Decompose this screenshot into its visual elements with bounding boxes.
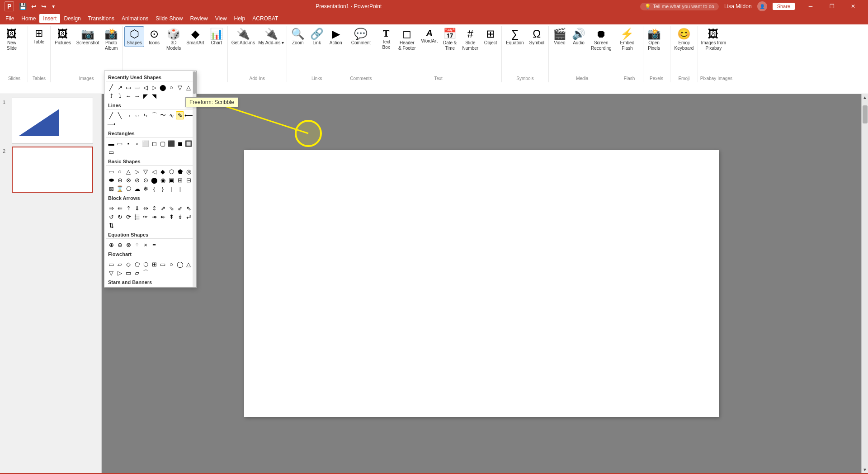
- basic-9[interactable]: ⬟: [176, 167, 184, 175]
- symbol-button[interactable]: Ω Symbol: [527, 26, 547, 47]
- block-arrow-8[interactable]: ⇘: [167, 204, 175, 212]
- scroll-down-button[interactable]: ▼: [862, 466, 868, 473]
- menu-transitions[interactable]: Transitions: [85, 14, 118, 23]
- basic-6[interactable]: ◁: [150, 167, 158, 175]
- comment-button[interactable]: 💬 Comment: [349, 26, 373, 47]
- images-from-pixabay-button[interactable]: 🖼 Images fromPixabay: [700, 26, 727, 52]
- basic-24[interactable]: ☁: [133, 185, 141, 193]
- shape-rect[interactable]: ▭: [124, 83, 132, 91]
- rect-6[interactable]: ◻: [150, 139, 158, 147]
- basic-13[interactable]: ⊗: [124, 176, 132, 184]
- wordart-button[interactable]: A WordArt: [419, 26, 440, 45]
- rect-3[interactable]: ▪: [124, 139, 132, 147]
- line-freeform[interactable]: ∿: [167, 111, 175, 119]
- eq-6[interactable]: =: [150, 241, 158, 249]
- block-arrow-16[interactable]: ↠: [150, 213, 158, 221]
- textbox-button[interactable]: T TextBox: [377, 26, 395, 52]
- menu-file[interactable]: File: [2, 14, 18, 23]
- menu-animations[interactable]: Animations: [118, 14, 152, 23]
- shape-triangle-right[interactable]: ▷: [150, 83, 158, 91]
- block-arrow-11[interactable]: ↺: [107, 213, 115, 221]
- block-arrow-6[interactable]: ⇕: [150, 204, 158, 212]
- flow-13[interactable]: ▭: [124, 269, 132, 277]
- block-arrow-7[interactable]: ⇗: [159, 204, 167, 212]
- flow-11[interactable]: ▽: [107, 269, 115, 277]
- block-arrow-9[interactable]: ⇙: [176, 204, 184, 212]
- shape-corner-tl[interactable]: ◤: [142, 92, 150, 100]
- line-connector[interactable]: ⟵: [184, 111, 193, 119]
- shape-triangle-left[interactable]: ◁: [142, 83, 150, 91]
- scroll-thumb[interactable]: [863, 105, 868, 123]
- eq-1[interactable]: ⊕: [107, 241, 115, 249]
- shape-corner-tr[interactable]: ◥: [150, 92, 158, 100]
- header-footer-button[interactable]: ◻ Header& Footer: [396, 26, 418, 52]
- menu-acrobat[interactable]: ACROBAT: [249, 14, 282, 23]
- rect-5[interactable]: ⬜: [142, 139, 150, 147]
- shape-triangle-up[interactable]: △: [184, 83, 193, 91]
- screenshot-button[interactable]: 📷 Screenshot: [74, 26, 101, 47]
- basic-11[interactable]: ⬬: [107, 176, 115, 184]
- shape-arrow-right[interactable]: →: [133, 92, 141, 100]
- flow-7[interactable]: ▭: [159, 260, 167, 268]
- line-arrow[interactable]: →: [124, 111, 132, 119]
- photo-album-button[interactable]: 📸 PhotoAlbum: [102, 26, 120, 52]
- block-arrow-18[interactable]: ↟: [167, 213, 175, 221]
- basic-27[interactable]: }: [159, 185, 167, 193]
- basic-8[interactable]: ⬡: [167, 167, 175, 175]
- block-arrow-19[interactable]: ↡: [176, 213, 184, 221]
- close-button[interactable]: ✕: [843, 0, 863, 13]
- basic-25[interactable]: ❄: [142, 185, 150, 193]
- basic-28[interactable]: [: [167, 185, 175, 193]
- basic-18[interactable]: ▣: [167, 176, 175, 184]
- basic-16[interactable]: ⬤: [150, 176, 158, 184]
- dropdown-scrollbar-thumb[interactable]: [193, 71, 196, 94]
- shape-curve-right[interactable]: ⤴: [107, 92, 115, 100]
- chart-button[interactable]: 📊 Chart: [208, 26, 226, 47]
- block-arrow-10[interactable]: ⇖: [184, 204, 193, 212]
- block-arrow-2[interactable]: ⇐: [116, 204, 124, 212]
- minimize-button[interactable]: ─: [800, 0, 821, 13]
- slide-canvas[interactable]: [244, 150, 719, 417]
- flow-5[interactable]: ⬡: [142, 260, 150, 268]
- shapes-button[interactable]: ⬡ Shapes: [124, 26, 144, 47]
- 3d-models-button[interactable]: 🎲 3DModels: [164, 26, 183, 52]
- share-button[interactable]: Share: [773, 3, 795, 10]
- eq-4[interactable]: ÷: [133, 241, 141, 249]
- shape-arrow-ne[interactable]: ↗: [116, 83, 124, 91]
- rect-9[interactable]: ◼: [176, 139, 184, 147]
- screen-recording-button[interactable]: ⏺ ScreenRecording: [589, 26, 614, 52]
- basic-19[interactable]: ⊞: [176, 176, 184, 184]
- basic-4[interactable]: ▷: [133, 167, 141, 175]
- slide-preview-1[interactable]: [12, 98, 93, 144]
- scroll-up-button[interactable]: ▲: [862, 94, 868, 101]
- basic-29[interactable]: ]: [176, 185, 184, 193]
- flow-15[interactable]: ⌒: [142, 269, 150, 277]
- line-diagonal[interactable]: ╲: [116, 111, 124, 119]
- slide-preview-2[interactable]: [12, 147, 93, 193]
- basic-22[interactable]: ⌛: [116, 185, 124, 193]
- line-elbow[interactable]: ⤷: [142, 111, 150, 119]
- basic-2[interactable]: ○: [116, 167, 124, 175]
- emoji-keyboard-button[interactable]: 😊 EmojiKeyboard: [672, 26, 696, 52]
- flow-2[interactable]: ▱: [116, 260, 124, 268]
- menu-help[interactable]: Help: [231, 14, 249, 23]
- open-pixels-button[interactable]: 📸 OpenPixels: [645, 26, 663, 52]
- menu-view[interactable]: View: [212, 14, 231, 23]
- line-double-arrow[interactable]: ↔: [133, 111, 141, 119]
- basic-5[interactable]: ▽: [142, 167, 150, 175]
- rect-1[interactable]: ▬: [107, 139, 115, 147]
- flow-1[interactable]: ▭: [107, 260, 115, 268]
- menu-design[interactable]: Design: [60, 14, 84, 23]
- smartart-button[interactable]: ◆ SmartArt: [184, 26, 206, 47]
- flow-10[interactable]: △: [184, 260, 193, 268]
- rect-7[interactable]: ▢: [159, 139, 167, 147]
- basic-15[interactable]: ⊙: [142, 176, 150, 184]
- rect-4[interactable]: ▫: [133, 139, 141, 147]
- basic-3[interactable]: △: [124, 167, 132, 175]
- customize-qat-button[interactable]: ▼: [50, 3, 57, 10]
- freeform-scribble-icon[interactable]: ✎: [176, 111, 184, 119]
- basic-17[interactable]: ◉: [159, 176, 167, 184]
- my-addins-button[interactable]: 🔌 My Add-ins ▾: [258, 26, 285, 47]
- menu-insert[interactable]: Insert: [39, 14, 60, 23]
- basic-12[interactable]: ⊕: [116, 176, 124, 184]
